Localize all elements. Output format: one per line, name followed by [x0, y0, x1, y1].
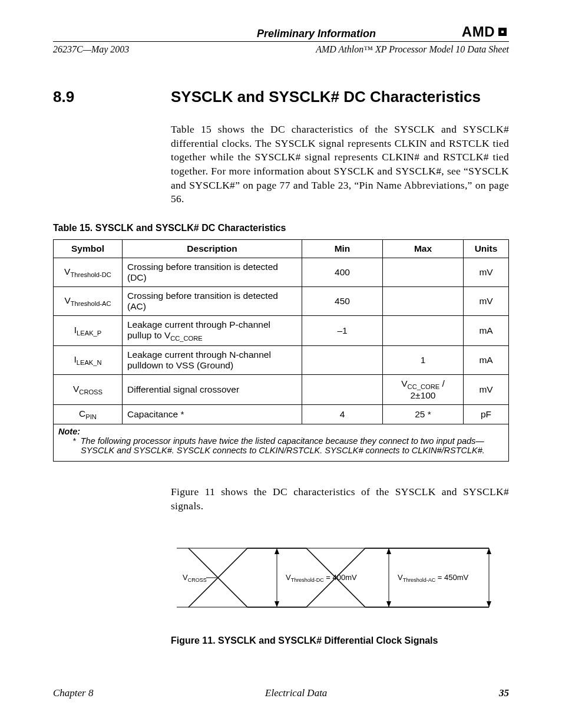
cell-symbol: ILEAK_N — [54, 345, 123, 374]
page-subheader: 26237C—May 2003 AMD Athlon™ XP Processor… — [53, 44, 509, 55]
figure-intro: Figure 11 shows the DC characteristics o… — [171, 485, 509, 513]
doc-number: 26237C—May 2003 — [53, 44, 129, 55]
cell-symbol: VThreshold-DC — [54, 258, 123, 286]
cell-max — [383, 258, 464, 286]
th-max: Max — [383, 239, 464, 258]
table-caption: Table 15. SYSCLK and SYSCLK# DC Characte… — [53, 223, 509, 233]
cell-symbol: VThreshold-AC — [54, 286, 123, 315]
svg-marker-8 — [386, 548, 391, 554]
preliminary-label: Preliminary Information — [257, 28, 376, 40]
footer-section: Electrical Data — [265, 687, 327, 699]
table-row: VCROSS Differential signal crossover VCC… — [54, 374, 509, 404]
cell-max: VCC_CORE / 2±100 — [383, 374, 464, 404]
cell-units: mV — [464, 286, 509, 315]
cell-desc: Crossing before transition is detected (… — [123, 286, 302, 315]
page-footer: Chapter 8 Electrical Data 35 — [53, 687, 509, 699]
cell-desc: Differential signal crossover — [123, 374, 302, 404]
label-vcross: VCROSS — [183, 573, 207, 583]
label-threshold-ac: VThreshold-AC = 450mV — [398, 573, 469, 583]
svg-marker-4 — [275, 548, 279, 554]
cell-desc: Leakage current through N-channel pulldo… — [123, 345, 302, 374]
cell-min: 4 — [302, 404, 383, 424]
th-symbol: Symbol — [54, 239, 123, 258]
th-description: Description — [123, 239, 302, 258]
section-paragraph: Table 15 shows the DC characteristics of… — [171, 123, 509, 206]
table-row: CPIN Capacitance * 4 25 * pF — [54, 404, 509, 424]
cell-units: mA — [464, 345, 509, 374]
svg-marker-11 — [487, 601, 491, 607]
page-header: Preliminary Information AMD — [53, 24, 509, 42]
section-number: 8.9 — [53, 88, 171, 106]
cell-desc: Leakage current through P-channel pullup… — [123, 315, 302, 345]
cell-min: 450 — [302, 286, 383, 315]
cell-min: 400 — [302, 258, 383, 286]
figure-caption: Figure 11. SYSCLK and SYSCLK# Differenti… — [171, 635, 509, 646]
cell-max — [383, 286, 464, 315]
cell-desc: Capacitance * — [123, 404, 302, 424]
table-row: VThreshold-AC Crossing before transition… — [54, 286, 509, 315]
amd-logo: AMD — [462, 24, 509, 40]
footer-page-number: 35 — [499, 687, 509, 699]
clock-signal-diagram: VCROSS VThreshold-DC = 400mV VThreshold-… — [171, 531, 501, 625]
section-title: SYSCLK and SYSCLK# DC Characteristics — [171, 88, 481, 106]
cell-min — [302, 345, 383, 374]
th-min: Min — [302, 239, 383, 258]
label-threshold-dc: VThreshold-DC = 400mV — [286, 573, 357, 583]
amd-arrow-icon — [496, 25, 509, 38]
note-label: Note: — [58, 427, 504, 436]
dc-characteristics-table: Symbol Description Min Max Units VThresh… — [53, 239, 509, 424]
table-row: ILEAK_N Leakage current through N-channe… — [54, 345, 509, 374]
cell-max: 25 * — [383, 404, 464, 424]
svg-marker-5 — [275, 601, 279, 607]
cell-symbol: VCROSS — [54, 374, 123, 404]
note-text: * The following processor inputs have tw… — [72, 436, 504, 455]
cell-symbol: CPIN — [54, 404, 123, 424]
table-row: VThreshold-DC Crossing before transition… — [54, 258, 509, 286]
cell-max: 1 — [383, 345, 464, 374]
cell-units: mA — [464, 315, 509, 345]
th-units: Units — [464, 239, 509, 258]
cell-max — [383, 315, 464, 345]
cell-desc: Crossing before transition is detected (… — [123, 258, 302, 286]
footer-chapter: Chapter 8 — [53, 687, 93, 699]
table-note: Note: * The following processor inputs h… — [53, 424, 509, 462]
table-header-row: Symbol Description Min Max Units — [54, 239, 509, 258]
cell-units: pF — [464, 404, 509, 424]
cell-symbol: ILEAK_P — [54, 315, 123, 345]
svg-marker-9 — [386, 601, 391, 607]
figure-11: VCROSS VThreshold-DC = 400mV VThreshold-… — [171, 531, 509, 627]
cell-min — [302, 374, 383, 404]
section-heading: 8.9 SYSCLK and SYSCLK# DC Characteristic… — [53, 88, 509, 106]
cell-units: mV — [464, 374, 509, 404]
table-row: ILEAK_P Leakage current through P-channe… — [54, 315, 509, 345]
cell-units: mV — [464, 258, 509, 286]
cell-min: –1 — [302, 315, 383, 345]
doc-title: AMD Athlon™ XP Processor Model 10 Data S… — [316, 44, 509, 55]
svg-marker-10 — [487, 548, 491, 554]
